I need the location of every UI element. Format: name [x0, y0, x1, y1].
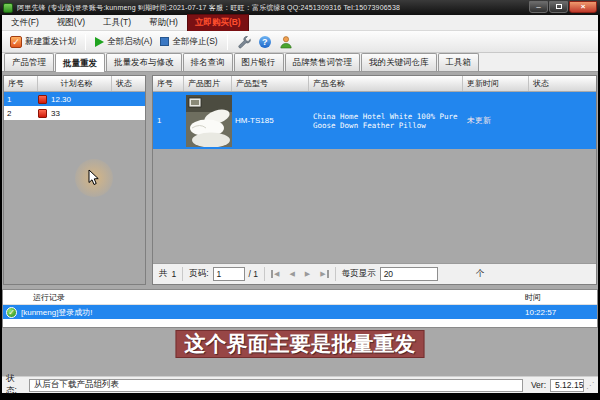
- per-page-input[interactable]: 20: [380, 267, 438, 281]
- maximize-button[interactable]: [549, 1, 568, 13]
- pagination-page-of: / 1: [249, 269, 258, 279]
- pagination-page-label: 页码:: [189, 268, 208, 280]
- window-title: 阿里先锋 (专业版)登录账号:kunmeng 到期时间:2021-07-17 客…: [17, 3, 400, 13]
- tab-toolbox[interactable]: 工具箱: [438, 53, 480, 71]
- plan-icon: [38, 95, 47, 104]
- products-col-image[interactable]: 产品图片: [184, 76, 232, 91]
- menu-help[interactable]: 帮助(H): [140, 15, 187, 31]
- prev-page-button[interactable]: ◀: [286, 270, 297, 278]
- log-header: 运行记录 时间: [3, 290, 597, 305]
- menu-buy-now[interactable]: 立即购买(B): [187, 14, 249, 32]
- toolbar-separator: [227, 34, 228, 50]
- toolbar: ✓ 新建重发计划 全部启动(A) 全部停止(S) ?: [2, 31, 598, 53]
- pagination-bar: 共 1 页码: 1 / 1 ◀ ◀ ▶ ▶ 每页显示 20 个: [153, 263, 596, 284]
- help-button[interactable]: ?: [255, 34, 275, 50]
- pagination-total-count: 1: [172, 269, 177, 279]
- per-page-unit: 个: [476, 268, 485, 280]
- account-button[interactable]: [275, 33, 297, 51]
- last-page-button[interactable]: ▶: [317, 270, 328, 278]
- tab-batch-publish-edit[interactable]: 批量发布与修改: [106, 53, 182, 71]
- product-row[interactable]: 1 HM-TS185 China Home Hotel White 100% P…: [153, 92, 596, 149]
- pagination-total-label: 共: [159, 268, 168, 280]
- title-bar: 阿里先锋 (专业版)登录账号:kunmeng 到期时间:2021-07-17 客…: [0, 0, 600, 15]
- plan-icon: [38, 109, 47, 118]
- tab-product-management[interactable]: 产品管理: [4, 53, 54, 71]
- plan-no: 1: [4, 95, 38, 104]
- stop-icon: [160, 37, 169, 46]
- play-icon: [95, 37, 104, 47]
- next-page-button[interactable]: ▶: [302, 270, 313, 278]
- version-label: Ver:: [531, 380, 546, 390]
- plans-col-status[interactable]: 状态: [112, 76, 145, 91]
- tab-batch-repost[interactable]: 批量重发: [55, 53, 105, 72]
- stop-all-label: 全部停止(S): [172, 36, 217, 48]
- product-model: HM-TS185: [235, 92, 274, 149]
- success-check-icon: ✓: [6, 307, 17, 318]
- wrench-icon: [237, 35, 251, 49]
- log-col-record[interactable]: 运行记录: [33, 292, 65, 303]
- menu-view[interactable]: 视图(V): [48, 15, 94, 31]
- products-col-name[interactable]: 产品名称: [309, 76, 463, 91]
- products-table-header: 序号 产品图片 产品型号 产品名称 更新时间 状态: [153, 76, 596, 92]
- run-log-panel: 运行记录 时间 ✓ [kunmeng]登录成功! 10:22:57: [2, 289, 598, 328]
- plan-row[interactable]: 1 12.30: [4, 92, 145, 106]
- video-subtitle: 这个界面主要是批量重发: [176, 330, 425, 358]
- products-col-status[interactable]: 状态: [529, 76, 596, 91]
- per-page-label: 每页显示: [342, 268, 376, 280]
- plan-name: 12.30: [51, 95, 71, 104]
- new-repost-plan-button[interactable]: ✓ 新建重发计划: [6, 34, 80, 50]
- tab-keyword-warehouse[interactable]: 我的关键词仓库: [361, 53, 437, 71]
- menu-file[interactable]: 文件(F): [2, 15, 48, 31]
- stop-all-button[interactable]: 全部停止(S): [156, 34, 221, 50]
- user-icon: [279, 35, 293, 49]
- resize-grip-icon[interactable]: ⋰: [586, 381, 594, 390]
- tab-bar: 产品管理 批量重发 批量发布与修改 排名查询 图片银行 品牌禁售词管理 我的关键…: [2, 53, 598, 72]
- products-col-model[interactable]: 产品型号: [232, 76, 309, 91]
- close-button[interactable]: ×: [569, 1, 597, 13]
- status-text: 从后台下载产品组列表: [29, 379, 523, 392]
- products-col-no[interactable]: 序号: [153, 76, 184, 91]
- status-label: 状态:: [6, 373, 25, 397]
- tab-ranking-query[interactable]: 排名查询: [183, 53, 233, 71]
- menu-tools[interactable]: 工具(T): [94, 15, 140, 31]
- product-photo: [186, 95, 232, 147]
- start-all-label: 全部启动(A): [107, 36, 152, 48]
- log-time: 10:22:57: [525, 308, 556, 317]
- products-table: 序号 产品图片 产品型号 产品名称 更新时间 状态 1: [152, 75, 597, 285]
- product-name: China Home Hotel White 100% Pure Goose D…: [313, 92, 461, 149]
- plans-col-no[interactable]: 序号: [4, 76, 38, 91]
- app-logo-icon: [3, 3, 13, 13]
- plan-no: 2: [4, 109, 38, 118]
- log-col-time[interactable]: 时间: [525, 292, 541, 303]
- help-icon: ?: [259, 36, 271, 48]
- new-plan-icon: ✓: [10, 36, 22, 48]
- products-col-updated[interactable]: 更新时间: [463, 76, 529, 91]
- toolbar-separator: [85, 34, 86, 50]
- app-window: 阿里先锋 (专业版)登录账号:kunmeng 到期时间:2021-07-17 客…: [0, 0, 600, 400]
- product-updated: 未更新: [467, 92, 491, 149]
- plans-table-header: 序号 计划名称 状态: [4, 76, 145, 92]
- product-no: 1: [157, 92, 161, 149]
- log-message: [kunmeng]登录成功!: [21, 307, 93, 318]
- maximize-icon: [556, 4, 562, 9]
- version-value: 5.12.15: [550, 379, 584, 392]
- log-row[interactable]: ✓ [kunmeng]登录成功! 10:22:57: [3, 305, 597, 319]
- plans-col-name[interactable]: 计划名称: [38, 76, 112, 91]
- first-page-button[interactable]: ◀: [271, 270, 282, 278]
- tab-image-bank[interactable]: 图片银行: [234, 53, 284, 71]
- start-all-button[interactable]: 全部启动(A): [91, 34, 156, 50]
- minimize-button[interactable]: –: [529, 1, 548, 13]
- settings-button[interactable]: [233, 33, 255, 51]
- tab-brand-banned-words[interactable]: 品牌禁售词管理: [285, 53, 361, 71]
- menu-bar: 文件(F) 视图(V) 工具(T) 帮助(H) 立即购买(B): [2, 15, 598, 31]
- new-plan-label: 新建重发计划: [25, 36, 76, 48]
- plan-name: 33: [51, 109, 60, 118]
- plan-row[interactable]: 2 33: [4, 106, 145, 120]
- status-bar: 状态: 从后台下载产品组列表 Ver: 5.12.15 ⋰: [2, 376, 598, 393]
- mouse-cursor-icon: [88, 169, 100, 186]
- page-number-input[interactable]: 1: [213, 267, 245, 281]
